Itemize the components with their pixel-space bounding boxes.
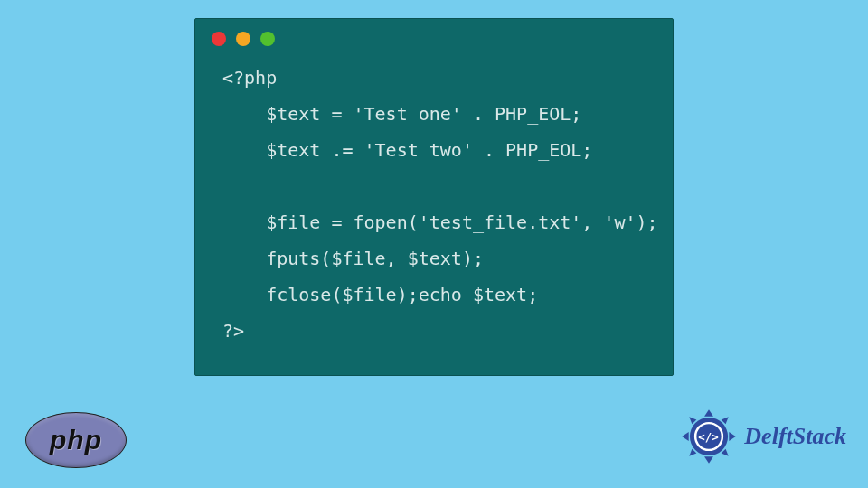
code-content: <?php $text = 'Test one' . PHP_EOL; $tex…: [222, 67, 658, 342]
brand-name: DelftStack: [744, 423, 846, 450]
window-controls: [195, 19, 673, 52]
maximize-icon: [260, 32, 275, 46]
php-logo: php: [25, 412, 127, 468]
svg-marker-1: [704, 456, 713, 463]
svg-marker-0: [704, 409, 713, 416]
gear-icon: </>: [681, 408, 737, 465]
code-window: <?php $text = 'Test one' . PHP_EOL; $tex…: [194, 18, 674, 376]
php-logo-text: php: [50, 425, 102, 455]
svg-marker-3: [730, 432, 736, 441]
minimize-icon: [236, 32, 250, 46]
code-block: <?php $text = 'Test one' . PHP_EOL; $tex…: [195, 52, 673, 375]
close-icon: [212, 32, 226, 46]
brand-logo: </> DelftStack: [681, 408, 846, 465]
svg-marker-2: [683, 432, 689, 441]
svg-text:</>: </>: [699, 430, 719, 444]
